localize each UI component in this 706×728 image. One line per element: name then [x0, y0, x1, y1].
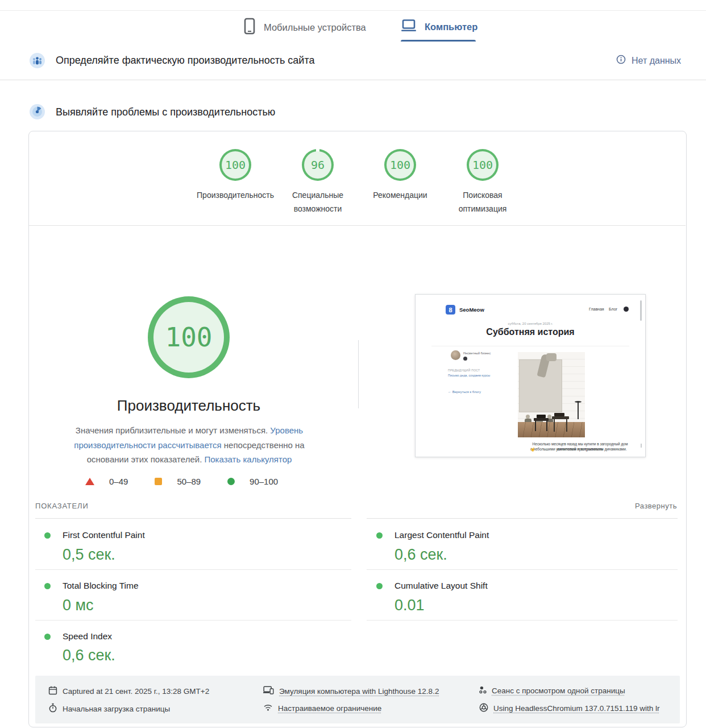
legend-item-average: 50–89	[155, 477, 201, 486]
tab-mobile[interactable]: Мобильные устройства	[243, 18, 366, 37]
section-divider	[0, 80, 706, 80]
metric-name: Cumulative Layout Shift	[394, 581, 488, 591]
category-label[interactable]: Рекомендации	[358, 188, 443, 202]
author-badge-icon	[463, 357, 467, 361]
metric-value: 0,5 сек.	[63, 546, 115, 564]
fail-triangle-icon	[85, 478, 94, 485]
metric-value: 0,6 сек.	[63, 647, 115, 664]
metric-pass-dot	[44, 583, 51, 589]
thumbnail-brand: SeoMeow	[459, 307, 484, 313]
thumbnail-date: суббота, 20 сентября 2025 г.	[416, 322, 645, 325]
legend-item-pass: 90–100	[227, 477, 278, 486]
session-dots-icon	[479, 686, 487, 696]
show-calculator-link[interactable]: Показать калькулятор	[204, 454, 292, 464]
metrics-col-divider	[35, 518, 351, 519]
chrome-icon	[479, 703, 488, 714]
stopwatch-icon	[48, 703, 57, 714]
author-name: Несметный бизнес	[463, 351, 503, 355]
legend-label: 50–89	[177, 477, 201, 486]
metric-row-divider	[367, 569, 678, 570]
expand-view-button[interactable]: Развернуть	[635, 502, 677, 510]
thumbnail-scrollbar[interactable]	[640, 300, 642, 321]
active-tab-underline	[401, 40, 476, 42]
side-table-leg	[578, 402, 579, 419]
stool-leg	[546, 421, 547, 431]
category-gauge-accessibility[interactable]: 96	[302, 149, 334, 181]
tab-desktop-label: Компьютер	[425, 22, 477, 32]
painting-horse-head-shape	[546, 353, 557, 361]
performance-score: 100	[153, 302, 224, 373]
score-legend: 0–49 50–89 90–100	[85, 477, 278, 486]
thumbnail-scrollbar-end	[641, 444, 642, 448]
laptop-icon	[401, 19, 417, 35]
back-to-blog-link: ← Вернуться к блогу	[448, 390, 481, 394]
metric-name: First Contentful Paint	[63, 530, 145, 540]
metric-pass-dot	[44, 532, 51, 539]
category-gauge-seo[interactable]: 100	[467, 149, 499, 181]
field-data-icon	[30, 53, 45, 71]
metric-row-divider	[367, 620, 678, 621]
devices-icon	[263, 686, 274, 696]
thumbnail-nav-home: Главная	[589, 307, 604, 311]
stool-object	[554, 413, 564, 416]
desc-text: Значения приблизительные и могут изменят…	[76, 425, 270, 435]
chromium-info[interactable]: Using HeadlessChromium 137.0.7151.119 wi…	[479, 703, 659, 714]
field-data-title: Определяйте фактическую производительнос…	[56, 55, 314, 67]
phone-icon	[243, 18, 256, 37]
category-score: 100	[222, 151, 249, 179]
diagnose-title: Выявляйте проблемы с производительностью	[56, 106, 275, 118]
painting-figure-head	[526, 415, 530, 419]
metric-value: 0.01	[394, 597, 425, 614]
tab-mobile-label: Мобильные устройства	[264, 22, 366, 33]
metric-value: 0,6 сек.	[394, 546, 447, 564]
page-screenshot-thumbnail[interactable]: 8 SeoMeow Главная Блог суббота, 20 сентя…	[415, 294, 646, 457]
photo-floor-planks	[518, 422, 585, 437]
stool-leg	[535, 421, 536, 431]
average-square-icon	[155, 478, 162, 485]
metric-pass-dot	[44, 634, 51, 640]
network-icon	[263, 703, 273, 713]
session-info[interactable]: Сеанс с просмотром одной страницы	[479, 686, 625, 696]
prev-post-link: Письмо деда, создаем курсы	[448, 373, 500, 378]
metrics-heading: ПОКАЗАТЕЛИ	[35, 502, 89, 510]
no-data-label: Нет данных	[632, 56, 681, 66]
top-divider	[0, 10, 706, 11]
performance-gauge: 100	[148, 296, 230, 378]
metrics-col-divider	[367, 518, 678, 519]
no-data-link[interactable]: Нет данных	[616, 55, 681, 67]
calendar-icon	[48, 686, 57, 697]
card-divider	[29, 225, 686, 226]
category-score: 100	[387, 151, 414, 179]
author-avatar	[451, 350, 460, 360]
metric-name: Largest Contentful Paint	[394, 530, 489, 540]
emoji-hand: 🤘	[530, 446, 535, 452]
throttling-info[interactable]: Настраиваемое ограничение	[263, 703, 381, 713]
prev-post-label: ПРЕДЫДУЩИЙ ПОСТ	[448, 369, 480, 372]
post-photo	[518, 352, 585, 437]
thumbnail-nav-blog: Блог	[609, 307, 617, 311]
pass-circle-icon	[227, 478, 235, 485]
metric-pass-dot	[376, 583, 383, 589]
diagnose-icon	[30, 104, 45, 122]
emulation-info[interactable]: Эмуляция компьютера with Lighthouse 12.8…	[263, 686, 439, 696]
info-icon	[616, 55, 626, 67]
category-score: 100	[469, 151, 496, 179]
metric-row-divider	[35, 620, 351, 621]
legend-label: 90–100	[250, 477, 278, 486]
thumbnail-title: Субботняя история	[416, 327, 645, 337]
metric-name: Speed Index	[63, 631, 112, 642]
performance-title: Производительность	[64, 397, 314, 415]
category-label[interactable]: Специальные возможности	[275, 188, 360, 216]
initial-load-label: Начальная загрузка страницы	[48, 703, 170, 714]
thumbnail-caption: Несколько месяцев назад мы купили в заго…	[431, 441, 630, 446]
category-gauge-best-practices[interactable]: 100	[384, 149, 416, 181]
category-gauge-performance[interactable]: 100	[219, 149, 251, 181]
category-label[interactable]: Поисковая оптимизация	[440, 188, 525, 216]
category-score: 96	[304, 151, 331, 179]
metric-value: 0 мс	[63, 597, 94, 614]
metric-name: Total Blocking Time	[63, 581, 139, 591]
stool-object	[537, 415, 546, 418]
tab-desktop[interactable]: Компьютер	[401, 19, 477, 35]
stool-leg	[554, 419, 555, 432]
category-label[interactable]: Производительность	[193, 188, 278, 202]
